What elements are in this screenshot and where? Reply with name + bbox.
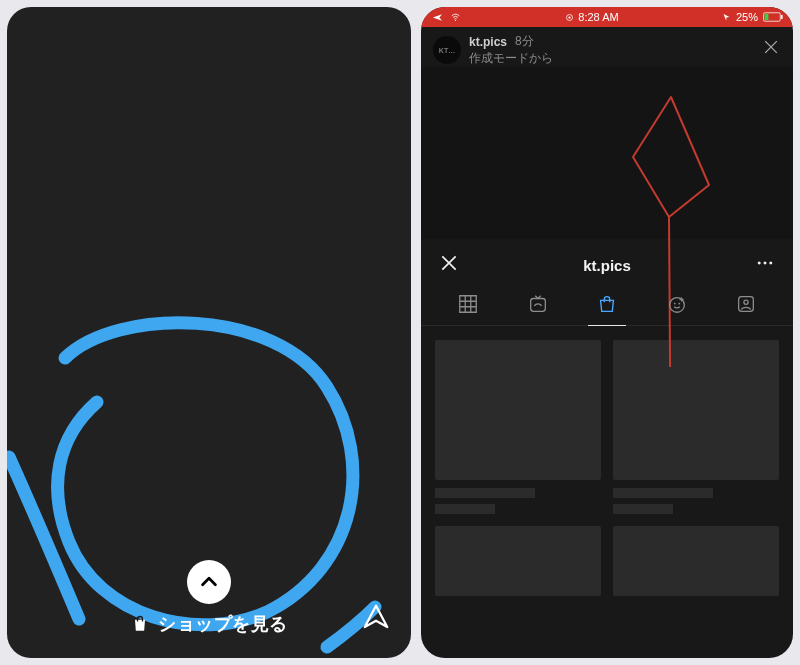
svg-rect-5 bbox=[781, 15, 783, 19]
tab-grid[interactable] bbox=[443, 293, 493, 325]
swipe-up-area[interactable]: ショップを見る bbox=[7, 560, 411, 636]
sheet-title: kt.pics bbox=[583, 257, 631, 274]
svg-point-0 bbox=[455, 20, 456, 21]
send-icon[interactable] bbox=[361, 602, 391, 632]
product-card-placeholder[interactable] bbox=[435, 340, 601, 514]
more-horizontal-icon bbox=[755, 253, 775, 273]
close-icon bbox=[761, 37, 781, 57]
story-username[interactable]: kt.pics bbox=[469, 35, 507, 49]
svg-point-12 bbox=[678, 303, 680, 305]
placeholder-line bbox=[435, 504, 495, 514]
svg-point-8 bbox=[769, 262, 772, 265]
chevron-up-icon bbox=[198, 571, 220, 593]
story-view-panel: ショップを見る bbox=[7, 7, 411, 658]
igtv-icon bbox=[527, 293, 549, 315]
recording-icon bbox=[565, 13, 574, 22]
svg-point-6 bbox=[758, 262, 761, 265]
shopping-bag-icon bbox=[596, 293, 618, 315]
svg-point-14 bbox=[744, 300, 748, 304]
close-icon bbox=[439, 253, 459, 273]
avatar[interactable]: KT… bbox=[433, 36, 461, 64]
status-time: 8:28 AM bbox=[578, 11, 618, 23]
story-content-area[interactable] bbox=[421, 67, 793, 239]
product-thumb-placeholder bbox=[435, 526, 601, 596]
effects-icon bbox=[666, 293, 688, 315]
product-grid bbox=[421, 326, 793, 596]
battery-percent: 25% bbox=[736, 11, 758, 23]
tagged-icon bbox=[735, 293, 757, 315]
sheet-header: kt.pics bbox=[421, 239, 793, 287]
product-card-placeholder[interactable] bbox=[613, 340, 779, 514]
airplane-mode-icon bbox=[431, 12, 444, 23]
product-thumb-placeholder bbox=[613, 340, 779, 480]
tab-tagged[interactable] bbox=[721, 293, 771, 325]
placeholder-line bbox=[613, 488, 713, 498]
product-thumb-placeholder bbox=[613, 526, 779, 596]
story-subtitle: 作成モードから bbox=[469, 50, 553, 67]
svg-rect-9 bbox=[530, 299, 545, 312]
product-card-placeholder[interactable] bbox=[613, 526, 779, 596]
tab-igtv[interactable] bbox=[513, 293, 563, 325]
sheet-close-button[interactable] bbox=[439, 253, 459, 277]
view-shop-label: ショップを見る bbox=[158, 612, 288, 636]
story-time-ago: 8分 bbox=[515, 33, 534, 50]
more-options-button[interactable] bbox=[755, 253, 775, 277]
grid-icon bbox=[457, 293, 479, 315]
story-close-button[interactable] bbox=[761, 37, 781, 60]
wifi-icon bbox=[449, 12, 462, 22]
profile-sheet-panel: 8:28 AM 25% KT… kt.pics 8分 作成モードから bbox=[421, 7, 793, 658]
status-bar: 8:28 AM 25% bbox=[421, 7, 793, 27]
profile-tabs bbox=[421, 287, 793, 326]
shopping-bag-icon bbox=[130, 614, 150, 634]
placeholder-line bbox=[435, 488, 535, 498]
product-card-placeholder[interactable] bbox=[435, 526, 601, 596]
location-icon bbox=[722, 12, 731, 22]
tab-effects[interactable] bbox=[652, 293, 702, 325]
tab-shop[interactable] bbox=[582, 293, 632, 325]
svg-point-2 bbox=[569, 16, 571, 18]
battery-icon bbox=[763, 12, 783, 22]
product-thumb-placeholder bbox=[435, 340, 601, 480]
story-header: KT… kt.pics 8分 作成モードから bbox=[421, 27, 793, 67]
svg-rect-4 bbox=[765, 14, 769, 20]
svg-point-11 bbox=[673, 303, 675, 305]
svg-point-7 bbox=[764, 262, 767, 265]
swipe-up-circle[interactable] bbox=[187, 560, 231, 604]
placeholder-line bbox=[613, 504, 673, 514]
